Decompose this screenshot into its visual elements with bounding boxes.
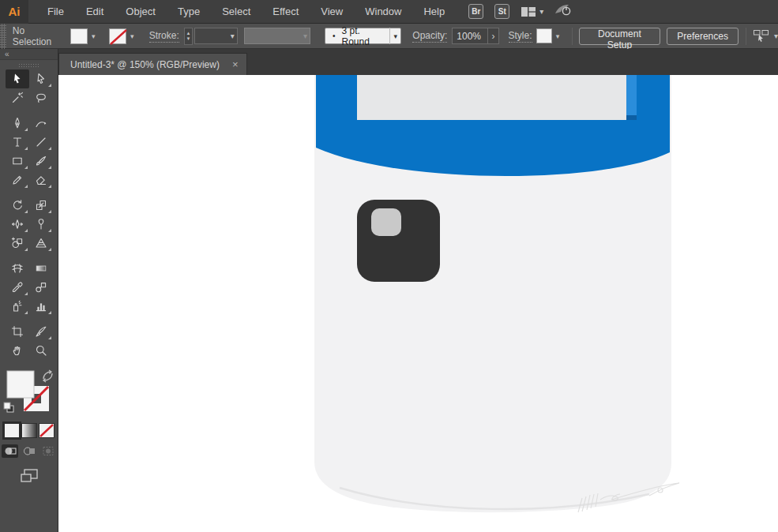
control-bar-grip[interactable]	[0, 24, 6, 49]
menu-object[interactable]: Object	[115, 0, 167, 24]
mesh-tool[interactable]	[6, 259, 29, 278]
shape-builder-tool[interactable]	[6, 234, 29, 253]
draw-behind-button[interactable]	[21, 444, 37, 458]
separator	[746, 28, 746, 45]
document-canvas[interactable]	[58, 75, 778, 532]
draw-behind-icon	[23, 446, 36, 456]
magic-wand-tool[interactable]	[6, 88, 29, 107]
gpu-power-icon[interactable]	[554, 3, 573, 20]
menu-type[interactable]: Type	[167, 0, 211, 24]
artboard-tool[interactable]	[6, 322, 29, 341]
pen-tool[interactable]	[6, 114, 29, 133]
selection-icon	[11, 73, 24, 85]
gradient-tool[interactable]	[29, 259, 53, 278]
stepper-down-icon: ▼	[186, 36, 191, 42]
line-segment-icon	[35, 136, 47, 148]
blend-tool[interactable]	[29, 278, 53, 297]
eyedropper-tool[interactable]	[6, 278, 29, 297]
slice-tool[interactable]	[29, 322, 53, 341]
artwork-camera-lens[interactable]	[371, 208, 401, 236]
stroke-weight-dropdown[interactable]: ▾	[194, 28, 238, 44]
document-setup-button[interactable]: Document Setup	[579, 28, 661, 45]
stock-icon[interactable]: St	[494, 4, 509, 19]
symbol-sprayer-tool[interactable]	[6, 297, 29, 316]
slice-icon	[35, 325, 47, 338]
none-mode-button[interactable]	[39, 423, 54, 438]
type-tool[interactable]	[6, 133, 29, 152]
direct-selection-tool[interactable]	[29, 69, 53, 88]
zoom-tool[interactable]	[29, 341, 53, 360]
selection-tool[interactable]	[6, 69, 29, 88]
column-graph-tool[interactable]	[29, 297, 53, 316]
curvature-tool[interactable]	[29, 114, 53, 133]
artwork-accent-strip[interactable]	[626, 75, 637, 120]
hand-tool[interactable]	[6, 341, 29, 360]
select-similar-dropdown[interactable]: ▾	[753, 29, 778, 43]
stroke-color-dropdown[interactable]: ▾	[109, 28, 138, 44]
rectangle-tool[interactable]	[6, 152, 29, 170]
close-icon[interactable]: ×	[232, 59, 239, 69]
workspace-layout-icon	[521, 6, 536, 17]
lasso-tool[interactable]	[29, 88, 53, 107]
selection-status: No Selection	[13, 25, 61, 47]
paintbrush-icon	[35, 155, 47, 167]
opacity-dropdown-arrow[interactable]: ›	[488, 28, 498, 44]
fill-color-dropdown[interactable]: ▾	[70, 28, 100, 44]
scale-tool[interactable]	[29, 196, 53, 215]
menu-file[interactable]: File	[36, 0, 75, 24]
document-tab[interactable]: Untitled-3* @ 150% (RGB/Preview) ×	[58, 53, 247, 75]
change-screen-mode-button[interactable]	[20, 468, 39, 487]
bridge-icon[interactable]: Br	[468, 4, 483, 19]
pencil-tool[interactable]	[6, 170, 29, 189]
chevron-down-icon: ▾	[389, 28, 400, 44]
fill-swatch	[70, 28, 88, 44]
menu-edit[interactable]: Edit	[75, 0, 115, 24]
collapse-panel-button[interactable]: «	[0, 49, 58, 60]
perspective-grid-tool[interactable]	[29, 234, 53, 253]
default-fill-stroke-icon[interactable]	[4, 403, 13, 412]
width-tool[interactable]	[6, 215, 29, 234]
paintbrush-tool[interactable]	[29, 152, 53, 170]
stroke-panel-link[interactable]: Stroke:	[149, 30, 179, 43]
opacity-panel-link[interactable]: Opacity:	[412, 30, 447, 43]
chevron-down-icon: ▾	[231, 32, 235, 40]
brush-definition-dropdown[interactable]: • 3 pt. Round ▾	[325, 28, 401, 44]
fill-proxy-swatch[interactable]	[7, 371, 34, 398]
draw-normal-button[interactable]	[2, 444, 18, 458]
eraser-tool[interactable]	[29, 170, 53, 189]
gradient-mode-button[interactable]	[21, 423, 37, 438]
collapse-icon: «	[5, 50, 9, 58]
symbol-sprayer-icon	[11, 300, 24, 313]
gradient-icon	[35, 262, 47, 275]
menu-effect[interactable]: Effect	[261, 0, 310, 24]
color-mode-button[interactable]	[4, 423, 20, 438]
menu-select[interactable]: Select	[211, 0, 261, 24]
swap-fill-stroke-icon[interactable]	[43, 370, 52, 382]
line-segment-tool[interactable]	[29, 133, 53, 152]
menu-bar: Ai File Edit Object Type Select Effect V…	[0, 0, 778, 24]
opacity-input[interactable]	[452, 28, 488, 44]
magic-wand-icon	[11, 92, 24, 104]
menu-view[interactable]: View	[310, 0, 354, 24]
artwork-screen-rect[interactable]	[357, 75, 626, 120]
panel-drag-grip[interactable]	[18, 63, 40, 67]
style-dropdown[interactable]: ▾	[536, 28, 564, 44]
menu-help[interactable]: Help	[412, 0, 456, 24]
chevron-down-icon: ▾	[303, 32, 307, 40]
stroke-weight-stepper[interactable]: ▲ ▼	[184, 28, 194, 45]
tools-panel: «	[0, 49, 58, 532]
column-graph-icon	[35, 300, 47, 313]
rotate-tool[interactable]	[6, 196, 29, 215]
document-tab-bar: Untitled-3* @ 150% (RGB/Preview) ×	[58, 49, 778, 75]
free-transform-tool[interactable]	[29, 215, 53, 234]
chevron-down-icon: ▾	[539, 8, 543, 16]
preferences-button[interactable]: Preferences	[667, 28, 739, 45]
menu-window[interactable]: Window	[354, 0, 412, 24]
stroke-swatch-none	[109, 28, 126, 44]
rectangle-icon	[11, 155, 24, 167]
document-tab-title: Untitled-3* @ 150% (RGB/Preview)	[70, 59, 220, 70]
workspace-switcher[interactable]: ▾	[521, 6, 543, 17]
style-panel-link[interactable]: Style:	[509, 30, 532, 43]
brush-preview-dot: •	[325, 32, 342, 40]
pen-icon	[11, 117, 24, 129]
